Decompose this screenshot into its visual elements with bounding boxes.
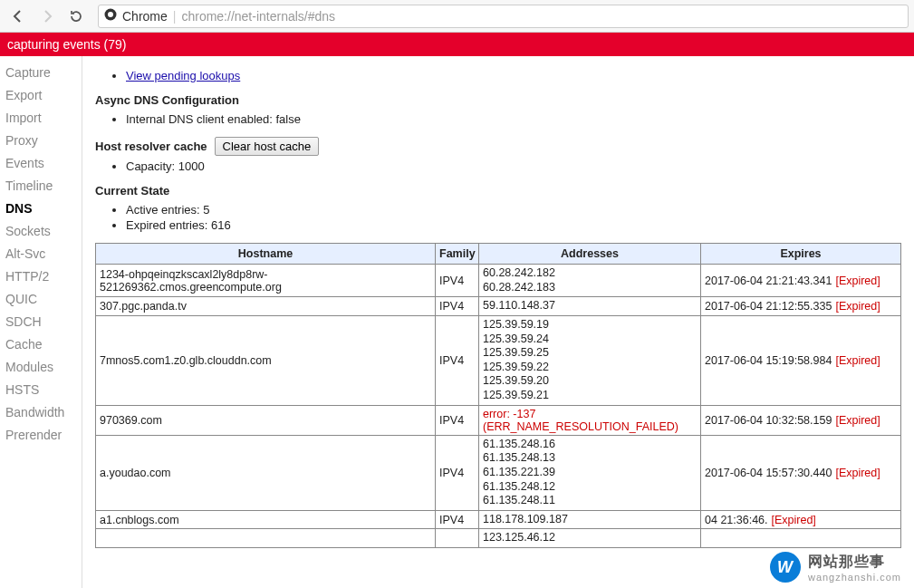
capacity-line: Capacity: 1000: [126, 159, 901, 173]
cell-hostname: [96, 529, 436, 548]
status-text: capturing events (79): [7, 37, 127, 52]
table-row: a1.cnblogs.comIPV4118.178.109.18704 21:3…: [96, 510, 901, 529]
cell-expires: 2017-06-04 21:21:43.341[Expired]: [701, 265, 901, 297]
reload-button[interactable]: [63, 4, 89, 29]
sidebar-item-proxy[interactable]: Proxy: [5, 130, 82, 152]
clear-host-cache-button[interactable]: Clear host cache: [215, 137, 320, 156]
col-hostname: Hostname: [96, 244, 436, 265]
watermark-badge-icon: W: [770, 552, 801, 583]
cell-expires: [701, 529, 901, 548]
cell-family: IPV4: [436, 510, 479, 529]
col-family: Family: [436, 244, 479, 265]
cell-addresses: 123.125.46.12: [479, 529, 701, 548]
browser-toolbar: Chrome | chrome://net-internals/#dns: [0, 0, 914, 33]
sidebar-item-capture[interactable]: Capture: [5, 62, 82, 84]
expired-entries-line: Expired entries: 616: [126, 218, 901, 232]
cell-hostname: a.youdao.com: [96, 435, 436, 510]
dns-table: Hostname Family Addresses Expires 1234-o…: [95, 243, 901, 548]
cell-family: IPV4: [436, 265, 479, 297]
sidebar-item-bandwidth[interactable]: Bandwidth: [5, 401, 82, 424]
cell-hostname: 307.pgc.panda.tv: [96, 297, 436, 316]
table-header-row: Hostname Family Addresses Expires: [96, 244, 901, 265]
cell-hostname: 970369.com: [96, 405, 436, 435]
table-row: 970369.comIPV4error: -137 (ERR_NAME_RESO…: [96, 405, 901, 435]
omnibox-separator: |: [173, 9, 177, 24]
active-entries-line: Active entries: 5: [126, 203, 901, 217]
sidebar-item-alt-svc[interactable]: Alt-Svc: [5, 243, 82, 265]
table-row: 1234-ohpqeinqzkscaxl2ly8dp8rw-521269362.…: [96, 265, 901, 297]
status-bar[interactable]: capturing events (79): [0, 33, 914, 56]
cell-addresses: error: -137 (ERR_NAME_RESOLUTION_FAILED): [479, 405, 701, 435]
sidebar: CaptureExportImportProxyEventsTimelineDN…: [0, 56, 82, 588]
table-row: a.youdao.comIPV461.135.248.16 61.135.248…: [96, 435, 901, 510]
cell-family: IPV4: [436, 405, 479, 435]
cell-addresses: 61.135.248.16 61.135.248.13 61.135.221.3…: [479, 435, 701, 510]
cell-expires: 2017-06-04 21:12:55.335[Expired]: [701, 297, 901, 316]
current-state-heading: Current State: [95, 184, 901, 198]
content: View pending lookups Async DNS Configura…: [82, 56, 914, 588]
sidebar-item-timeline[interactable]: Timeline: [5, 175, 82, 198]
sidebar-item-sdch[interactable]: SDCH: [5, 311, 82, 333]
cell-family: [436, 529, 479, 548]
sidebar-item-export[interactable]: Export: [5, 84, 82, 107]
cell-expires: 2017-06-04 15:57:30.440[Expired]: [701, 435, 901, 510]
cell-hostname: 7mnos5.com1.z0.glb.clouddn.com: [96, 315, 436, 405]
col-addresses: Addresses: [479, 244, 701, 265]
omnibox-product: Chrome: [122, 9, 168, 24]
sidebar-item-dns[interactable]: DNS: [5, 198, 82, 220]
sidebar-item-modules[interactable]: Modules: [5, 356, 82, 379]
cell-addresses: 125.39.59.19 125.39.59.24 125.39.59.25 1…: [479, 315, 701, 405]
sidebar-item-prerender[interactable]: Prerender: [5, 424, 82, 447]
sidebar-item-hsts[interactable]: HSTS: [5, 379, 82, 401]
sidebar-item-cache[interactable]: Cache: [5, 333, 82, 356]
svg-point-1: [108, 12, 113, 17]
forward-button[interactable]: [34, 4, 60, 29]
sidebar-item-quic[interactable]: QUIC: [5, 288, 82, 311]
cell-addresses: 60.28.242.182 60.28.242.183: [479, 265, 701, 297]
host-resolver-cache-heading: Host resolver cache: [95, 140, 207, 153]
watermark-line1: 网站那些事: [808, 553, 901, 572]
cell-hostname: a1.cnblogs.com: [96, 510, 436, 529]
sidebar-item-http-2[interactable]: HTTP/2: [5, 265, 82, 288]
async-dns-heading: Async DNS Configuration: [95, 93, 901, 107]
cell-addresses: 59.110.148.37: [479, 297, 701, 316]
chrome-icon: [104, 8, 117, 24]
sidebar-item-import[interactable]: Import: [5, 107, 82, 130]
cell-addresses: 118.178.109.187: [479, 510, 701, 529]
cell-family: IPV4: [436, 435, 479, 510]
back-button[interactable]: [5, 4, 31, 29]
table-row: 7mnos5.com1.z0.glb.clouddn.comIPV4125.39…: [96, 315, 901, 405]
table-row: 123.125.46.12: [96, 529, 901, 548]
cell-expires: 2017-06-04 15:19:58.984[Expired]: [701, 315, 901, 405]
col-expires: Expires: [701, 244, 901, 265]
pending-lookups-link[interactable]: View pending lookups: [126, 69, 240, 82]
cell-family: IPV4: [436, 315, 479, 405]
watermark-line2: wangzhanshi.com: [808, 572, 901, 583]
sidebar-item-sockets[interactable]: Sockets: [5, 220, 82, 243]
site-watermark: W 网站那些事 wangzhanshi.com: [770, 552, 901, 583]
table-row: 307.pgc.panda.tvIPV459.110.148.372017-06…: [96, 297, 901, 316]
cell-hostname: 1234-ohpqeinqzkscaxl2ly8dp8rw-521269362.…: [96, 265, 436, 297]
sidebar-item-events[interactable]: Events: [5, 152, 82, 175]
address-bar[interactable]: Chrome | chrome://net-internals/#dns: [98, 5, 909, 28]
cell-family: IPV4: [436, 297, 479, 316]
async-dns-status: Internal DNS client enabled: false: [126, 112, 901, 126]
omnibox-url: chrome://net-internals/#dns: [181, 9, 335, 24]
cell-expires: 2017-06-04 10:32:58.159[Expired]: [701, 405, 901, 435]
cell-expires: 04 21:36:46.[Expired]: [701, 510, 901, 529]
